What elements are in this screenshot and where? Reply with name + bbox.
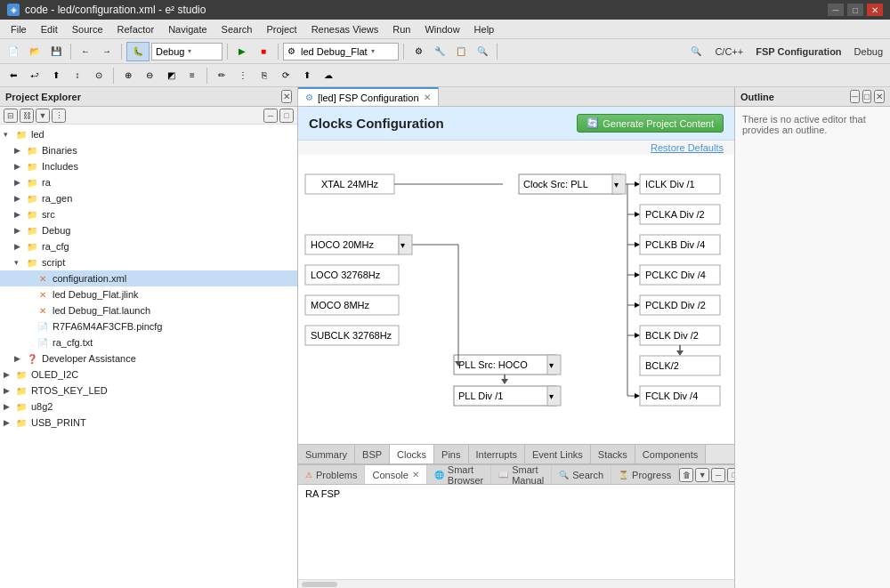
console-filter-btn[interactable]: ▼: [695, 468, 709, 482]
tb2-btn-8[interactable]: ◩: [161, 66, 181, 85]
tb2-btn-15[interactable]: ☁: [319, 66, 338, 85]
tree-item-u8g2[interactable]: ▶ 📁 u8g2: [0, 399, 297, 415]
tb2-btn-4[interactable]: ↕: [68, 66, 87, 85]
pe-minimize-btn[interactable]: ─: [263, 109, 278, 123]
minimize-button[interactable]: ─: [828, 4, 844, 16]
tab-interrupts[interactable]: Interrupts: [469, 445, 525, 463]
new-button[interactable]: 📄: [4, 42, 23, 61]
tree-item-usb[interactable]: ▶ 📁 USB_PRINT: [0, 415, 297, 431]
tb2-btn-6[interactable]: ⊕: [118, 66, 138, 85]
tab-event-links[interactable]: Event Links: [525, 445, 591, 463]
console-minimize-btn[interactable]: ─: [711, 468, 725, 482]
tb2-btn-3[interactable]: ⬆: [46, 66, 66, 85]
pe-maximize-btn[interactable]: □: [279, 109, 294, 123]
tree-item-led[interactable]: ▾ 📁 led: [0, 126, 297, 142]
generate-project-btn[interactable]: 🔄 Generate Project Content: [577, 114, 724, 133]
tree-item-ra-cfg-txt[interactable]: 📄 ra_cfg.txt: [0, 334, 297, 350]
outline-maximize-btn[interactable]: □: [862, 90, 871, 103]
launch-config-dropdown[interactable]: ⚙ led Debug_Flat ▾: [283, 43, 399, 60]
save-button[interactable]: 💾: [46, 42, 66, 61]
tb-btn-1[interactable]: ⚙: [409, 42, 428, 61]
close-button[interactable]: ✕: [867, 4, 883, 16]
tree-item-ra-gen[interactable]: ▶ 📁 ra_gen: [0, 190, 297, 206]
console-tab-problems[interactable]: ⚠ Problems: [298, 465, 365, 484]
stop-button[interactable]: ■: [254, 42, 273, 61]
tree-item-ra[interactable]: ▶ 📁 ra: [0, 174, 297, 190]
menu-file[interactable]: File: [4, 22, 34, 36]
forward-button[interactable]: →: [97, 42, 117, 61]
folder-icon-includes: 📁: [25, 159, 39, 173]
tab-clocks[interactable]: Clocks: [390, 445, 434, 463]
menu-navigate[interactable]: Navigate: [161, 22, 214, 36]
tb2-btn-2[interactable]: ⮐: [25, 66, 44, 85]
outline-close-btn[interactable]: ✕: [874, 90, 885, 103]
debug-panel-label[interactable]: Debug: [851, 46, 886, 57]
tree-item-dev-assist[interactable]: ▶ ❓ Developer Assistance: [0, 350, 297, 366]
fsp-panel-label[interactable]: FSP Configuration: [752, 46, 845, 57]
menu-renesas-views[interactable]: Renesas Views: [304, 22, 386, 36]
tb2-btn-9[interactable]: ≡: [182, 66, 202, 85]
pe-link-btn[interactable]: ⛓: [20, 109, 34, 123]
tb-btn-2[interactable]: 🔧: [430, 42, 449, 61]
menu-refactor[interactable]: Refactor: [110, 22, 162, 36]
tree-item-configuration-xml[interactable]: ✕ configuration.xml: [0, 270, 297, 286]
console-hscroll[interactable]: [298, 579, 734, 588]
outline-minimize-btn[interactable]: ─: [850, 90, 860, 103]
tab-stacks[interactable]: Stacks: [591, 445, 635, 463]
menu-help[interactable]: Help: [467, 22, 502, 36]
run-button[interactable]: ▶: [232, 42, 252, 61]
console-tab-progress[interactable]: ⏳ Progress: [611, 465, 679, 484]
maximize-button[interactable]: □: [847, 4, 863, 16]
pe-menu-btn[interactable]: ⋮: [52, 109, 66, 123]
tree-item-oled[interactable]: ▶ 📁 OLED_I2C: [0, 366, 297, 383]
tree-item-src[interactable]: ▶ 📁 src: [0, 206, 297, 222]
tab-pins[interactable]: Pins: [434, 445, 468, 463]
tree-item-rtos[interactable]: ▶ 📁 RTOS_KEY_LED: [0, 383, 297, 399]
search-button[interactable]: 🔍: [686, 42, 706, 61]
tree-item-ra-cfg[interactable]: ▶ 📁 ra_cfg: [0, 238, 297, 254]
fsp-tab-close[interactable]: ✕: [424, 93, 431, 102]
menu-window[interactable]: Window: [417, 22, 466, 36]
tree-item-led-jlink[interactable]: ✕ led Debug_Flat.jlink: [0, 286, 297, 302]
tree-item-binaries[interactable]: ▶ 📁 Binaries: [0, 142, 297, 158]
console-clear-btn[interactable]: 🗑: [679, 468, 693, 482]
tree-item-includes[interactable]: ▶ 📁 Includes: [0, 158, 297, 174]
pe-filter-btn[interactable]: ▼: [36, 109, 50, 123]
back-button[interactable]: ←: [76, 42, 95, 61]
open-button[interactable]: 📂: [25, 42, 44, 61]
project-explorer-close[interactable]: ✕: [281, 90, 292, 103]
tb2-btn-7[interactable]: ⊖: [140, 66, 159, 85]
tb2-btn-5[interactable]: ⊙: [89, 66, 109, 85]
console-close[interactable]: ✕: [412, 470, 419, 479]
tb-btn-3[interactable]: 📋: [451, 42, 471, 61]
console-tab-smart-manual[interactable]: 📖 Smart Manual: [491, 465, 552, 484]
tree-item-pincfg[interactable]: 📄 R7FA6M4AF3CFB.pincfg: [0, 318, 297, 334]
restore-defaults-link[interactable]: Restore Defaults: [298, 141, 734, 155]
tree-item-launch[interactable]: ✕ led Debug_Flat.launch: [0, 302, 297, 318]
tree-item-script[interactable]: ▾ 📁 script: [0, 254, 297, 270]
menu-search[interactable]: Search: [214, 22, 260, 36]
tab-summary[interactable]: Summary: [298, 445, 355, 463]
menu-source[interactable]: Source: [65, 22, 110, 36]
menu-run[interactable]: Run: [385, 22, 417, 36]
menu-edit[interactable]: Edit: [34, 22, 65, 36]
tb2-btn-12[interactable]: ⎘: [255, 66, 274, 85]
tab-fsp-config[interactable]: ⚙ [led] FSP Configuration ✕: [298, 87, 439, 106]
console-tab-console[interactable]: Console ✕: [365, 465, 426, 484]
cpp-panel-label[interactable]: C/C++: [711, 46, 747, 57]
console-tab-smart-browser[interactable]: 🌐 Smart Browser: [427, 465, 491, 484]
tb2-btn-10[interactable]: ✏: [212, 66, 231, 85]
tab-bsp[interactable]: BSP: [355, 445, 390, 463]
console-tab-search[interactable]: 🔍 Search: [552, 465, 611, 484]
debug-config-dropdown[interactable]: Debug ▾: [151, 43, 222, 60]
tb2-btn-11[interactable]: ⋮: [233, 66, 253, 85]
tb-btn-4[interactable]: 🔍: [473, 42, 492, 61]
menu-project[interactable]: Project: [259, 22, 303, 36]
tb2-btn-14[interactable]: ⬆: [297, 66, 317, 85]
tb2-btn-13[interactable]: ⟳: [276, 66, 295, 85]
tb2-btn-1[interactable]: ⬅: [4, 66, 23, 85]
tree-item-debug[interactable]: ▶ 📁 Debug: [0, 222, 297, 238]
tab-components[interactable]: Components: [635, 445, 706, 463]
debug-mode-btn[interactable]: 🐛: [126, 42, 150, 61]
pe-collapse-btn[interactable]: ⊟: [4, 109, 18, 123]
